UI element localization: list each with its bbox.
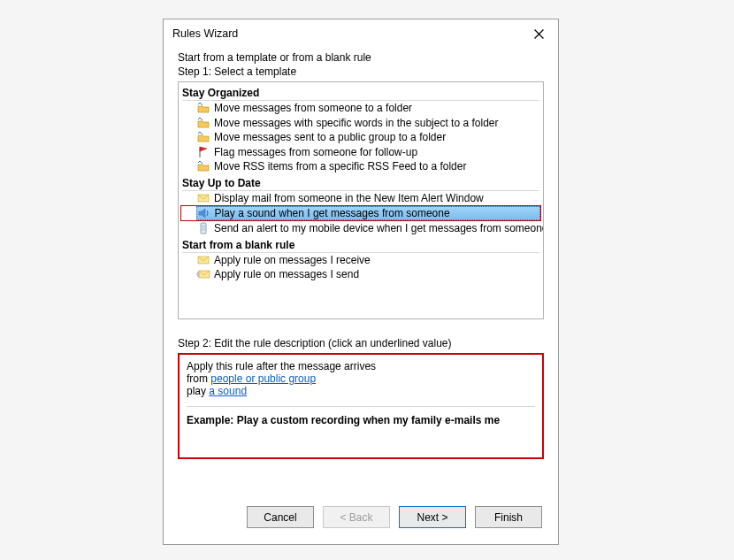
list-item[interactable]: Send an alert to my mobile device when I… <box>182 221 539 236</box>
list-item[interactable]: Apply rule on messages I receive <box>182 253 539 268</box>
finish-button[interactable]: Finish <box>475 506 542 528</box>
svg-rect-5 <box>202 225 205 231</box>
list-item[interactable]: Move messages sent to a public group to … <box>182 130 539 145</box>
dialog-title: Rules Wizard <box>172 27 526 40</box>
desc-line2: from people or public group <box>187 372 535 385</box>
envelope-icon <box>196 254 210 266</box>
people-or-group-link[interactable]: people or public group <box>210 372 316 385</box>
list-item-label: Apply rule on messages I send <box>214 268 359 280</box>
template-list[interactable]: Stay Organized Move messages from someon… <box>178 81 544 319</box>
next-button[interactable]: Next > <box>399 506 466 528</box>
list-item-label: Flag messages from someone for follow-up <box>214 146 417 158</box>
envelope-icon <box>196 192 210 204</box>
list-item[interactable]: Apply rule on messages I send <box>182 267 539 282</box>
step2-label: Step 2: Edit the rule description (click… <box>178 337 544 349</box>
list-item[interactable]: Move RSS items from a specific RSS Feed … <box>182 159 539 174</box>
list-item-label: Send an alert to my mobile device when I… <box>214 222 544 234</box>
rules-wizard-dialog: Rules Wizard Start from a template or fr… <box>163 19 559 545</box>
intro-label: Start from a template or from a blank ru… <box>178 51 544 64</box>
list-item-label: Apply rule on messages I receive <box>214 254 371 266</box>
list-item-label: Display mail from someone in the New Ite… <box>214 192 484 204</box>
move-folder-icon <box>196 117 210 129</box>
button-row: Cancel < Back Next > Finish <box>247 506 542 528</box>
move-folder-icon <box>196 102 210 114</box>
list-item[interactable]: Move messages from someone to a folder <box>182 101 539 116</box>
list-item-label: Move messages from someone to a folder <box>214 102 412 114</box>
rule-description: Apply this rule after the message arrive… <box>178 353 544 459</box>
a-sound-link[interactable]: a sound <box>209 385 247 397</box>
envelope-send-icon <box>196 268 210 280</box>
sound-icon <box>197 207 211 219</box>
move-folder-icon <box>196 131 210 143</box>
step1-label: Step 1: Select a template <box>178 65 544 78</box>
example-text: Example: Play a custom recording when my… <box>187 414 535 426</box>
dialog-content: Start from a template or from a blank ru… <box>164 48 558 459</box>
close-button[interactable] <box>526 24 551 43</box>
flag-icon <box>196 146 210 158</box>
cancel-button[interactable]: Cancel <box>247 506 314 528</box>
list-item[interactable]: Move messages with specific words in the… <box>182 116 539 131</box>
desc-line3-prefix: play <box>187 385 209 397</box>
desc-line3: play a sound <box>187 385 535 397</box>
section-blank-rule: Start from a blank rule <box>182 238 539 253</box>
list-item[interactable]: Flag messages from someone for follow-up <box>182 145 539 160</box>
list-item-selected[interactable]: Play a sound when I get messages from so… <box>180 205 541 221</box>
list-item-label: Move messages with specific words in the… <box>214 117 498 129</box>
desc-line2-prefix: from <box>187 372 210 385</box>
desc-line1: Apply this rule after the message arrive… <box>187 360 535 372</box>
section-stay-up-to-date: Stay Up to Date <box>182 176 539 191</box>
mobile-icon <box>196 222 210 234</box>
list-item-label: Play a sound when I get messages from so… <box>215 207 450 219</box>
move-folder-icon <box>196 160 210 173</box>
list-item-label: Move messages sent to a public group to … <box>214 131 446 143</box>
close-icon <box>534 29 544 39</box>
list-item-label: Move RSS items from a specific RSS Feed … <box>214 160 466 173</box>
titlebar: Rules Wizard <box>164 19 558 48</box>
list-item[interactable]: Display mail from someone in the New Ite… <box>182 191 539 206</box>
divider <box>187 406 535 407</box>
section-stay-organized: Stay Organized <box>182 86 539 101</box>
back-button: < Back <box>323 506 390 528</box>
